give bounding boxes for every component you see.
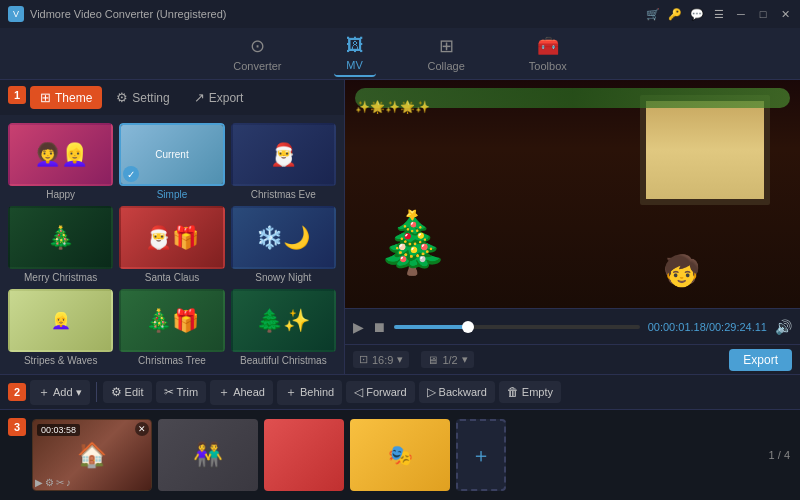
main-content: 1 ⊞ Theme ⚙ Setting ↗ Export 👩‍🦱👱‍♀️ Hap… xyxy=(0,80,800,374)
tab-setting[interactable]: ⚙ Setting xyxy=(106,86,179,109)
edit-button[interactable]: ⚙ Edit xyxy=(103,381,152,403)
add-icon: ＋ xyxy=(38,384,50,401)
preview-video: 🎄 ✨🌟✨🌟✨ 🧒 xyxy=(345,80,800,308)
theme-merry[interactable]: 🎄 Merry Christmas xyxy=(8,206,113,283)
step-badge-3: 3 xyxy=(8,418,26,436)
theme-christmas-eve[interactable]: 🎅 Christmas Eve xyxy=(231,123,336,200)
theme-xmas-tree-label: Christmas Tree xyxy=(138,355,206,366)
backward-button[interactable]: ▷ Backward xyxy=(419,381,495,403)
toolbar: 2 ＋ Add ▾ ⚙ Edit ✂ Trim ＋ Ahead ＋ Behind… xyxy=(0,374,800,410)
theme-simple-label: Simple xyxy=(157,189,188,200)
behind-icon: ＋ xyxy=(285,384,297,401)
timeline-clip-3[interactable] xyxy=(264,419,344,491)
nav-toolbox[interactable]: 🧰 Toolbox xyxy=(517,31,579,76)
add-label: Add xyxy=(53,386,73,398)
timeline: 3 🏠 00:03:58 ✕ ▶ ⚙ ✂ ♪ 👫 🎭 ＋ 1 / 4 xyxy=(0,410,800,500)
maximize-icon[interactable]: □ xyxy=(756,7,770,21)
theme-tab-icon: ⊞ xyxy=(40,90,51,105)
theme-beautiful[interactable]: 🌲✨ Beautiful Christmas xyxy=(231,289,336,366)
ahead-label: Ahead xyxy=(233,386,265,398)
tab-theme[interactable]: ⊞ Theme xyxy=(30,86,102,109)
theme-merry-label: Merry Christmas xyxy=(24,272,97,283)
theme-simple[interactable]: Current ✓ Simple xyxy=(119,123,224,200)
behind-button[interactable]: ＋ Behind xyxy=(277,380,342,405)
theme-happy-thumb: 👩‍🦱👱‍♀️ xyxy=(8,123,113,186)
nav-converter[interactable]: ⊙ Converter xyxy=(221,31,293,76)
msg-icon[interactable]: 💬 xyxy=(690,7,704,21)
stop-button[interactable]: ⏹ xyxy=(372,319,386,335)
ahead-icon: ＋ xyxy=(218,384,230,401)
app-icon: V xyxy=(8,6,24,22)
nav-mv[interactable]: 🖼 MV xyxy=(334,31,376,77)
theme-stripes[interactable]: 👱‍♀️ Stripes & Waves xyxy=(8,289,113,366)
theme-snowy-label: Snowy Night xyxy=(255,272,311,283)
menu-icon[interactable]: ☰ xyxy=(712,7,726,21)
export-button[interactable]: Export xyxy=(729,349,792,371)
nav-bar: ⊙ Converter 🖼 MV ⊞ Collage 🧰 Toolbox xyxy=(0,28,800,80)
progress-dot xyxy=(462,321,474,333)
timeline-clip-2[interactable]: 👫 xyxy=(158,419,258,491)
time-current: 00:00:01.18 xyxy=(648,321,706,333)
empty-icon: 🗑 xyxy=(507,385,519,399)
collage-icon: ⊞ xyxy=(439,35,454,57)
cart-icon[interactable]: 🛒 xyxy=(646,7,660,21)
clip1-play-icon[interactable]: ▶ xyxy=(35,477,43,488)
theme-happy-label: Happy xyxy=(46,189,75,200)
export-tab-icon: ↗ xyxy=(194,90,205,105)
add-dropdown-icon: ▾ xyxy=(76,386,82,399)
toolbox-icon: 🧰 xyxy=(537,35,559,57)
converter-icon: ⊙ xyxy=(250,35,265,57)
clip1-close[interactable]: ✕ xyxy=(135,422,149,436)
backward-icon: ▷ xyxy=(427,385,436,399)
right-preview: 🎄 ✨🌟✨🌟✨ 🧒 ▶ ⏹ 00:00:01.18/00:29:24.11 🔊 xyxy=(345,80,800,374)
theme-santa-label: Santa Claus xyxy=(145,272,199,283)
person-silhouette: 🧒 xyxy=(663,253,700,288)
key-icon[interactable]: 🔑 xyxy=(668,7,682,21)
sep-1 xyxy=(96,382,97,402)
theme-xmas-tree[interactable]: 🎄🎁 Christmas Tree xyxy=(119,289,224,366)
theme-happy[interactable]: 👩‍🦱👱‍♀️ Happy xyxy=(8,123,113,200)
theme-beautiful-label: Beautiful Christmas xyxy=(240,355,327,366)
add-button[interactable]: ＋ Add ▾ xyxy=(30,380,90,405)
edit-label: Edit xyxy=(125,386,144,398)
nav-collage[interactable]: ⊞ Collage xyxy=(416,31,477,76)
nav-collage-label: Collage xyxy=(428,60,465,72)
trim-icon: ✂ xyxy=(164,385,174,399)
speed-selector[interactable]: 🖥 1/2 ▾ xyxy=(421,351,473,368)
tab-theme-label: Theme xyxy=(55,91,92,105)
play-button[interactable]: ▶ xyxy=(353,319,364,335)
step-badge-1: 1 xyxy=(8,86,26,104)
progress-bar[interactable] xyxy=(394,325,640,329)
ratio-selector[interactable]: ⊡ 16:9 ▾ xyxy=(353,351,409,368)
forward-button[interactable]: ◁ Forward xyxy=(346,381,414,403)
tab-export[interactable]: ↗ Export xyxy=(184,86,254,109)
clip1-settings-icon[interactable]: ⚙ xyxy=(45,477,54,488)
theme-snowy-thumb: ❄️🌙 xyxy=(231,206,336,269)
clip1-edit-icon[interactable]: ✂ xyxy=(56,477,64,488)
close-icon[interactable]: ✕ xyxy=(778,7,792,21)
ratio-value: 16:9 xyxy=(372,354,393,366)
nav-mv-label: MV xyxy=(346,59,363,71)
volume-icon[interactable]: 🔊 xyxy=(775,319,792,335)
behind-label: Behind xyxy=(300,386,334,398)
empty-button[interactable]: 🗑 Empty xyxy=(499,381,561,403)
page-count: 1 / 4 xyxy=(769,449,790,461)
xmas-scene: 🎄 ✨🌟✨🌟✨ 🧒 xyxy=(345,80,800,308)
theme-merry-thumb: 🎄 xyxy=(8,206,113,269)
setting-tab-icon: ⚙ xyxy=(116,90,128,105)
theme-snowy[interactable]: ❄️🌙 Snowy Night xyxy=(231,206,336,283)
window-controls[interactable]: 🛒 🔑 💬 ☰ ─ □ ✕ xyxy=(646,7,792,21)
timeline-clip-4[interactable]: 🎭 xyxy=(350,419,450,491)
nav-toolbox-label: Toolbox xyxy=(529,60,567,72)
trim-button[interactable]: ✂ Trim xyxy=(156,381,207,403)
ahead-button[interactable]: ＋ Ahead xyxy=(210,380,273,405)
theme-santa[interactable]: 🎅🎁 Santa Claus xyxy=(119,206,224,283)
add-clip-button[interactable]: ＋ xyxy=(456,419,506,491)
edit-icon: ⚙ xyxy=(111,385,122,399)
theme-beautiful-thumb: 🌲✨ xyxy=(231,289,336,352)
timeline-clip-1[interactable]: 🏠 00:03:58 ✕ ▶ ⚙ ✂ ♪ xyxy=(32,419,152,491)
preview-controls: ▶ ⏹ 00:00:01.18/00:29:24.11 🔊 xyxy=(345,308,800,344)
clip1-music-icon[interactable]: ♪ xyxy=(66,477,71,488)
theme-grid: 👩‍🦱👱‍♀️ Happy Current ✓ Simple 🎅 Christm… xyxy=(0,115,344,374)
minimize-icon[interactable]: ─ xyxy=(734,7,748,21)
